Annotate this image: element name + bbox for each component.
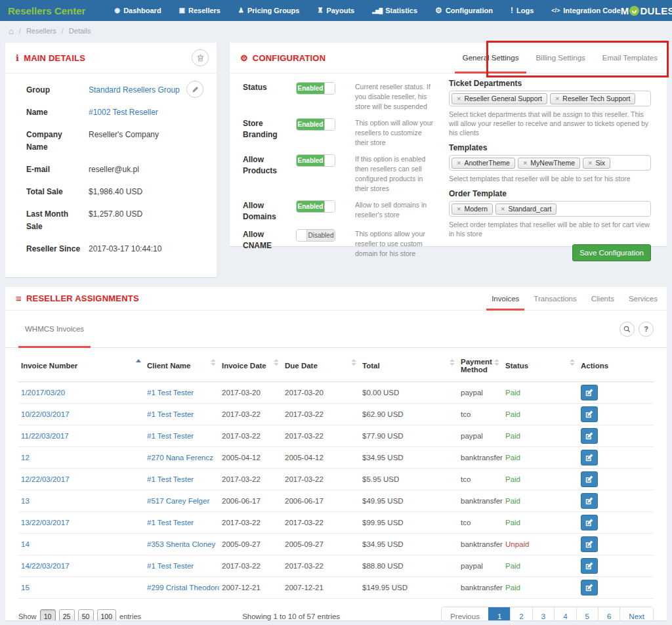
templates-input[interactable]: AnotherTheme MyNewTheme Six <box>449 155 651 171</box>
assignments-tab[interactable]: Transactions <box>534 287 576 310</box>
home-icon[interactable] <box>9 26 14 36</box>
remove-tag-icon[interactable] <box>457 205 461 213</box>
invoice-number-link[interactable]: 14 <box>18 534 144 555</box>
edit-group-button[interactable] <box>186 81 203 98</box>
invoices-table-column-header[interactable]: Invoice Number <box>18 348 144 382</box>
page-size-button[interactable]: 25 <box>59 609 75 620</box>
pagination-page-button[interactable]: 4 <box>554 607 576 620</box>
remove-tag-icon[interactable] <box>501 205 505 213</box>
pagination-page-button[interactable]: 1 <box>488 607 510 620</box>
edit-invoice-button[interactable] <box>581 580 598 595</box>
pagination-page-button[interactable]: 3 <box>532 607 554 620</box>
assignments-tab[interactable]: Invoices <box>492 287 519 310</box>
client-name-link[interactable]: #353 Sherita Cloney <box>144 534 219 555</box>
assignments-tab[interactable]: Clients <box>591 287 614 310</box>
edit-invoice-button[interactable] <box>581 515 598 530</box>
invoices-table-column-header[interactable]: Status <box>503 348 578 382</box>
configuration-tab[interactable]: General Settings <box>463 43 519 73</box>
order-template-input[interactable]: Modern Standard_cart <box>449 201 651 217</box>
column-header-label: Due Date <box>285 362 318 370</box>
pagination-page-button[interactable]: 5 <box>576 607 598 620</box>
invoice-date-cell: 2017-03-22 <box>219 469 282 490</box>
assignments-tab[interactable]: Services <box>629 287 658 310</box>
pagination-page-button[interactable]: 2 <box>510 607 532 620</box>
edit-invoice-button[interactable] <box>581 385 598 400</box>
toggle-switch[interactable]: Disabled <box>296 229 335 242</box>
invoice-number-link[interactable]: 13/22/03/2017 <box>18 512 144 534</box>
nav-menu-item[interactable]: Logs <box>511 7 534 14</box>
nav-menu-item[interactable]: Configuration <box>435 7 493 14</box>
nav-menu-item[interactable]: Resellers <box>179 7 220 14</box>
invoice-number-link[interactable]: 14/22/03/2017 <box>18 555 144 577</box>
invoices-table-column-header[interactable]: Invoice Date <box>219 348 282 382</box>
breadcrumb-item-resellers[interactable]: Resellers <box>26 27 56 35</box>
ticket-departments-input[interactable]: Reseller General Support Reseller Tech S… <box>449 91 651 106</box>
search-button[interactable] <box>620 322 635 337</box>
invoice-number-link[interactable]: 15 <box>18 577 144 599</box>
tag-item[interactable]: Reseller Tech Support <box>550 93 636 104</box>
tag-item[interactable]: Reseller General Support <box>452 93 547 104</box>
configuration-tab[interactable]: Email Templates <box>602 43 658 73</box>
invoice-number-link[interactable]: 13 <box>18 490 144 512</box>
tag-item[interactable]: Standard_cart <box>495 204 556 215</box>
tag-item[interactable]: Six <box>583 158 610 169</box>
remove-tag-icon[interactable] <box>555 95 559 102</box>
remove-tag-icon[interactable] <box>457 159 461 167</box>
invoices-table-column-header[interactable]: Payment Method <box>458 348 503 382</box>
nav-menu-item[interactable]: Payouts <box>317 7 354 14</box>
app-title[interactable]: Resellers Center <box>8 5 85 16</box>
edit-invoice-button[interactable] <box>581 558 598 574</box>
edit-invoice-button[interactable] <box>581 450 598 465</box>
nav-menu-item[interactable]: Statistics <box>372 7 417 14</box>
client-name-link[interactable]: #1 Test Tester <box>144 512 219 534</box>
detail-field-label: Total Sale <box>26 186 89 198</box>
tag-item[interactable]: Modern <box>452 204 493 215</box>
remove-tag-icon[interactable] <box>457 95 461 102</box>
toggle-switch[interactable]: Enabled <box>296 82 335 95</box>
invoice-number-link[interactable]: 10/22/03/2017 <box>18 404 144 425</box>
pagination-next[interactable]: Next <box>620 607 653 620</box>
invoices-table-column-header[interactable]: Client Name <box>144 348 219 382</box>
client-name-link[interactable]: #517 Carey Felger <box>144 490 219 512</box>
pagination-previous[interactable]: Previous <box>442 607 488 620</box>
edit-invoice-button[interactable] <box>581 428 598 444</box>
toggle-switch[interactable]: Enabled <box>296 154 335 167</box>
client-name-link[interactable]: #1 Test Tester <box>144 382 219 404</box>
invoices-table-column-header[interactable]: Actions <box>578 348 654 382</box>
invoice-number-link[interactable]: 12 <box>18 447 144 469</box>
client-name-link[interactable]: #299 Cristal Theodorov <box>144 577 219 599</box>
nav-menu-item[interactable]: Pricing Groups <box>238 7 299 14</box>
delete-reseller-button[interactable] <box>192 49 209 66</box>
tag-item[interactable]: AnotherTheme <box>452 158 515 169</box>
edit-invoice-button[interactable] <box>581 471 598 487</box>
page-size-button[interactable]: 10 <box>40 609 56 620</box>
edit-invoice-button[interactable] <box>581 493 598 509</box>
pagination-page-button[interactable]: 6 <box>598 607 620 620</box>
invoices-table-column-header[interactable]: Due Date <box>282 348 360 382</box>
invoice-number-link[interactable]: 11/22/03/2017 <box>18 425 144 447</box>
configuration-tab[interactable]: Billing Settings <box>536 43 585 73</box>
help-button[interactable] <box>639 322 654 337</box>
client-name-link[interactable]: #1 Test Tester <box>144 469 219 490</box>
page-size-button[interactable]: 50 <box>78 609 94 620</box>
toggle-switch[interactable]: Enabled <box>296 118 335 131</box>
whmcs-invoices-subtab[interactable]: WHMCS Invoices <box>18 311 91 347</box>
edit-invoice-button[interactable] <box>581 536 598 552</box>
save-configuration-button[interactable]: Save Configuration <box>572 244 651 261</box>
invoices-table-column-header[interactable]: Total <box>360 348 458 382</box>
invoice-number-link[interactable]: 1/2017/03/20 <box>18 382 144 404</box>
client-name-link[interactable]: #270 Nana Ferencz <box>144 447 219 469</box>
client-name-link[interactable]: #1 Test Tester <box>144 404 219 425</box>
client-name-link[interactable]: #1 Test Tester <box>144 425 219 447</box>
edit-invoice-button[interactable] <box>581 406 598 422</box>
invoice-number-link[interactable]: 12/22/03/2017 <box>18 469 144 490</box>
remove-tag-icon[interactable] <box>523 159 527 167</box>
tag-item[interactable]: MyNewTheme <box>518 158 580 169</box>
page-size-button[interactable]: 100 <box>97 609 117 620</box>
nav-menu-item[interactable]: Integration Code <box>551 7 620 14</box>
toggle-switch[interactable]: Enabled <box>296 200 335 213</box>
nav-menu-item[interactable]: Dashboard <box>114 7 161 14</box>
remove-tag-icon[interactable] <box>588 159 592 167</box>
ticket-departments-label: Ticket Departments <box>449 79 651 88</box>
client-name-link[interactable]: #1 Test Tester <box>144 555 219 577</box>
